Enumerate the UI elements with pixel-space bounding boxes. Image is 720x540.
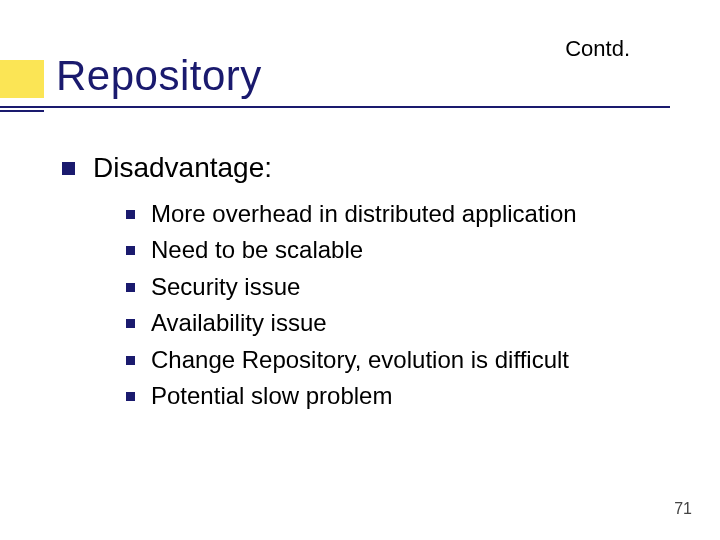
list-item-text: More overhead in distributed application bbox=[151, 198, 577, 230]
title-rule-long bbox=[0, 106, 670, 108]
bullet-list: More overhead in distributed application… bbox=[126, 198, 680, 412]
list-item: Availability issue bbox=[126, 307, 680, 339]
slide-title: Repository bbox=[56, 52, 262, 100]
list-item: Security issue bbox=[126, 271, 680, 303]
list-item-text: Change Repository, evolution is difficul… bbox=[151, 344, 569, 376]
title-rule-short bbox=[0, 110, 44, 112]
contd-label: Contd. bbox=[565, 36, 630, 62]
list-item: Need to be scalable bbox=[126, 234, 680, 266]
list-item-text: Potential slow problem bbox=[151, 380, 392, 412]
section-heading: Disadvantage: bbox=[93, 152, 272, 184]
list-item-text: Need to be scalable bbox=[151, 234, 363, 266]
square-bullet-icon bbox=[126, 356, 135, 365]
square-bullet-icon bbox=[126, 319, 135, 328]
section-heading-row: Disadvantage: bbox=[62, 152, 680, 184]
title-accent-box bbox=[0, 60, 44, 98]
page-number: 71 bbox=[674, 500, 692, 518]
square-bullet-icon bbox=[126, 283, 135, 292]
square-bullet-icon bbox=[126, 210, 135, 219]
square-bullet-icon bbox=[126, 392, 135, 401]
square-bullet-icon bbox=[62, 162, 75, 175]
list-item-text: Security issue bbox=[151, 271, 300, 303]
list-item: Potential slow problem bbox=[126, 380, 680, 412]
list-item: More overhead in distributed application bbox=[126, 198, 680, 230]
square-bullet-icon bbox=[126, 246, 135, 255]
list-item-text: Availability issue bbox=[151, 307, 327, 339]
list-item: Change Repository, evolution is difficul… bbox=[126, 344, 680, 376]
slide-content: Disadvantage: More overhead in distribut… bbox=[62, 152, 680, 416]
